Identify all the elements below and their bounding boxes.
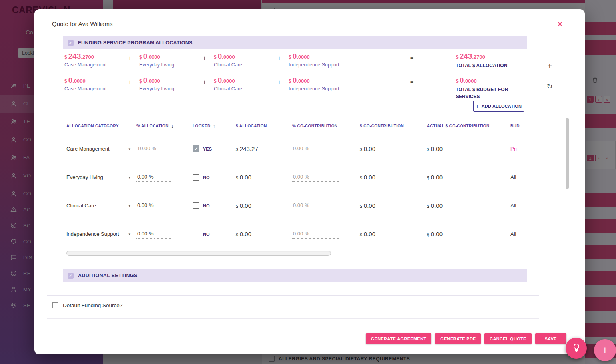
actual-co-contribution-cell: $ 0.00 bbox=[427, 174, 510, 181]
currency-sign: $ bbox=[289, 78, 291, 84]
col-pct-allocation: % ALLOCATION ↓ bbox=[136, 123, 193, 129]
actual-co-contribution-value: 0.00 bbox=[431, 145, 443, 152]
table-row: Care Management ▾ 10.00 % ✓ YES $ 243.27… bbox=[66, 135, 526, 163]
pct-co-contribution-input[interactable]: 0.00 % bbox=[292, 145, 339, 153]
add-allocation-button[interactable]: + ADD ALLOCATION bbox=[473, 101, 524, 112]
budget-cell: All bbox=[510, 231, 526, 237]
pct-allocation-input[interactable]: 0.00 % bbox=[136, 201, 173, 210]
category-dropdown[interactable]: Independence Support ▾ bbox=[66, 231, 130, 237]
generate-pdf-button[interactable]: GENERATE PDF bbox=[435, 333, 481, 344]
co-contribution-value: 0.00 bbox=[364, 174, 375, 181]
generate-agreement-button[interactable]: GENERATE AGREEMENT bbox=[366, 333, 432, 344]
locked-checkbox[interactable] bbox=[193, 202, 199, 209]
chevron-down-icon: ▾ bbox=[128, 204, 130, 208]
table-header-row: ALLOCATION CATEGORY % ALLOCATION ↓ LOCKE… bbox=[66, 117, 526, 135]
add-funding-icon[interactable]: + bbox=[545, 61, 554, 71]
amount-whole: 0 bbox=[293, 76, 297, 85]
horizontal-scrollbar-thumb[interactable] bbox=[66, 251, 331, 256]
locked-state-label: NO bbox=[203, 175, 210, 180]
category-dropdown[interactable]: Everyday Living ▾ bbox=[66, 174, 130, 180]
allocation-amount-cell: $ 243.27 bbox=[236, 145, 292, 152]
budget-cell: All bbox=[510, 203, 526, 209]
col-label: % ALLOCATION bbox=[136, 124, 169, 128]
allocation-value: 0.00 bbox=[240, 231, 251, 237]
summary-amount: $ 0 .0000 bbox=[289, 76, 359, 85]
refresh-icon[interactable]: ↻ bbox=[545, 82, 554, 91]
budget-cell: Pri bbox=[510, 146, 526, 152]
table-row: Everyday Living ▾ 0.00 % NO $ 0.00 0.00 … bbox=[66, 163, 526, 191]
summary-label: Case Management bbox=[64, 86, 120, 91]
currency-sign: $ bbox=[214, 78, 217, 84]
amount-whole: 0 bbox=[218, 76, 222, 85]
sort-asc-icon[interactable]: ↑ bbox=[213, 123, 216, 129]
co-contribution-cell: $ 0.00 bbox=[360, 202, 427, 209]
category-dropdown[interactable]: Clinical Care ▾ bbox=[66, 203, 130, 209]
summary-amount: $ 0 .0000 bbox=[214, 52, 270, 61]
summary-item: $ 0 .0000 Everyday Living bbox=[139, 52, 195, 68]
pct-allocation-input[interactable]: 10.00 % bbox=[136, 145, 173, 153]
pct-allocation-input[interactable]: 0.00 % bbox=[136, 173, 173, 182]
currency-sign: $ bbox=[360, 147, 362, 152]
currency-sign: $ bbox=[214, 54, 217, 60]
amount-whole: 243 bbox=[460, 52, 472, 61]
summary-item: $ 0 .0000 Case Management bbox=[64, 76, 120, 91]
summary-amount: $ 0 .0000 bbox=[139, 52, 195, 61]
category-value: Care Management bbox=[66, 146, 110, 152]
pct-allocation-input[interactable]: 0.00 % bbox=[136, 230, 173, 239]
pct-co-contribution-input[interactable]: 0.00 % bbox=[292, 230, 339, 239]
amount-fraction: .2700 bbox=[81, 54, 94, 60]
currency-sign: $ bbox=[427, 204, 429, 209]
currency-sign: $ bbox=[64, 78, 67, 84]
locked-state-label: YES bbox=[203, 147, 212, 151]
collapse-checkbox-icon[interactable]: ✓ bbox=[68, 273, 74, 279]
amount-whole: 0 bbox=[293, 52, 297, 61]
summary-item: $ 0 .0000 Independence Support bbox=[289, 76, 359, 91]
currency-sign: $ bbox=[236, 175, 238, 180]
summary-label: Clinical Care bbox=[214, 62, 270, 68]
allocation-table: ALLOCATION CATEGORY % ALLOCATION ↓ LOCKE… bbox=[66, 117, 526, 248]
co-contribution-value: 0.00 bbox=[364, 231, 375, 237]
summary-label: Case Management bbox=[64, 62, 120, 68]
plus-operator: + bbox=[270, 52, 289, 61]
locked-cell: NO bbox=[193, 202, 236, 209]
total-label: TOTAL $ BUDGET FOR SERVICES bbox=[456, 86, 516, 100]
default-funding-checkbox[interactable] bbox=[52, 302, 58, 308]
plus-operator: + bbox=[195, 52, 214, 61]
equals-operator: = bbox=[368, 52, 456, 61]
amount-whole: 0 bbox=[143, 52, 148, 61]
sort-desc-icon[interactable]: ↓ bbox=[171, 123, 174, 129]
locked-cell: ✓ YES bbox=[193, 145, 236, 152]
save-button[interactable]: SAVE bbox=[535, 333, 566, 344]
additional-settings-header: ✓ ADDITIONAL SETTINGS bbox=[63, 269, 527, 282]
collapse-checkbox-icon[interactable]: ✓ bbox=[68, 40, 74, 46]
co-contribution-value: 0.00 bbox=[364, 202, 375, 209]
locked-checkbox[interactable] bbox=[193, 174, 199, 181]
add-fab-button[interactable]: + bbox=[594, 339, 616, 361]
currency-sign: $ bbox=[289, 54, 291, 60]
plus-icon: + bbox=[602, 344, 608, 356]
summary-item: $ 243 .2700 Case Management bbox=[64, 52, 120, 68]
locked-checkbox[interactable]: ✓ bbox=[193, 145, 199, 152]
summary-amount: $ 0 .0000 bbox=[289, 52, 359, 61]
actual-co-contribution-cell: $ 0.00 bbox=[427, 202, 510, 209]
amount-whole: 0 bbox=[68, 76, 73, 85]
amount-fraction: .2700 bbox=[472, 54, 485, 60]
amount-fraction: .0000 bbox=[222, 78, 235, 84]
summary-label: Everyday Living bbox=[139, 62, 195, 68]
category-dropdown[interactable]: Care Management ▾ bbox=[66, 146, 130, 152]
amount-fraction: .0000 bbox=[297, 54, 310, 60]
vertical-scrollbar-thumb[interactable] bbox=[566, 118, 569, 189]
col-locked: LOCKED ↑ bbox=[193, 123, 236, 129]
locked-checkbox[interactable] bbox=[193, 231, 199, 237]
actual-co-contribution-value: 0.00 bbox=[431, 174, 443, 181]
pct-co-contribution-input[interactable]: 0.00 % bbox=[292, 173, 339, 182]
default-funding-row: Default Funding Source? bbox=[52, 302, 122, 308]
category-value: Independence Support bbox=[66, 231, 119, 237]
cancel-quote-button[interactable]: CANCEL QUOTE bbox=[484, 333, 531, 344]
help-fab-button[interactable] bbox=[566, 338, 587, 359]
pct-co-contribution-input[interactable]: 0.00 % bbox=[292, 201, 339, 210]
summary-amount: $ 0 .0000 bbox=[214, 76, 270, 85]
close-icon[interactable]: ✕ bbox=[555, 19, 565, 29]
currency-sign: $ bbox=[236, 147, 238, 152]
currency-sign: $ bbox=[236, 232, 238, 237]
